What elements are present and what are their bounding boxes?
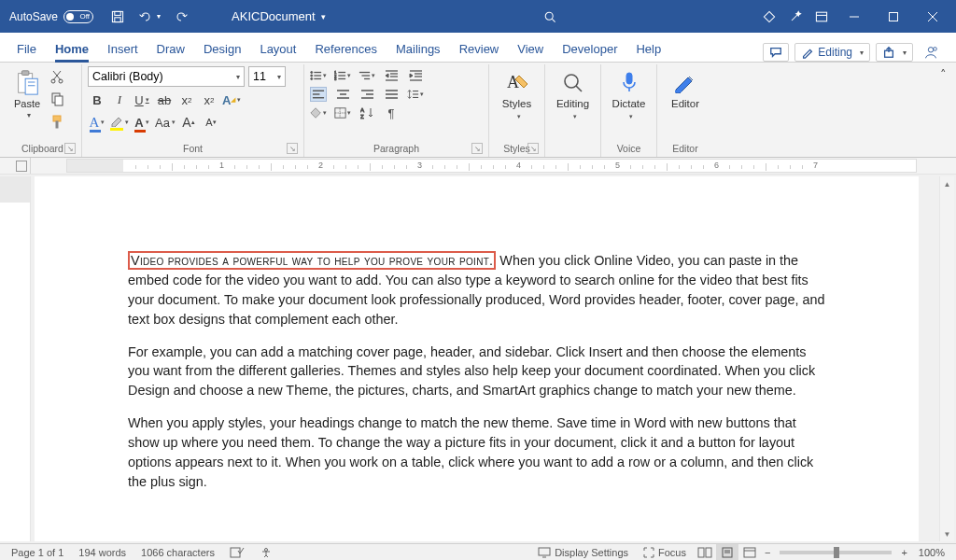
collapse-ribbon-icon[interactable]: ˄ (934, 64, 952, 83)
underline-button[interactable]: U▾ (133, 91, 151, 109)
search-icon[interactable] (537, 4, 563, 30)
italic-button[interactable]: I (110, 91, 129, 109)
read-mode-icon[interactable] (694, 544, 716, 561)
font-color-button[interactable]: A▾ (133, 113, 151, 132)
dialog-launcher-icon[interactable]: ↘ (287, 143, 298, 154)
superscript-button[interactable]: x2 (200, 91, 218, 109)
dialog-launcher-icon[interactable]: ↘ (527, 143, 539, 154)
font-name-combo[interactable]: Calibri (Body)▾ (88, 66, 245, 87)
show-marks-button[interactable]: ¶ (383, 105, 400, 120)
ribbon-mode-icon[interactable] (808, 4, 835, 30)
text-effects-button[interactable]: A◢▾ (222, 91, 241, 109)
minimize-button[interactable] (835, 3, 874, 31)
shrink-font-button[interactable]: A▾ (202, 113, 220, 132)
strikethrough-button[interactable]: ab (155, 91, 174, 109)
align-left-button[interactable] (310, 87, 327, 102)
maximize-button[interactable] (874, 3, 913, 31)
zoom-slider[interactable] (780, 551, 892, 554)
format-painter-icon[interactable] (49, 113, 65, 130)
highlighted-sentence[interactable]: Video provides a powerful way to help yo… (128, 251, 496, 270)
wand-icon[interactable] (782, 4, 808, 30)
editing-button[interactable]: Editing▾ (551, 66, 595, 124)
font-size-combo[interactable]: 11▾ (248, 66, 286, 87)
char-count[interactable]: 1066 characters (134, 547, 222, 558)
editor-button[interactable]: Editor (665, 66, 706, 113)
bullets-button[interactable]: ▾ (310, 68, 327, 83)
tab-draw[interactable]: Draw (148, 36, 194, 62)
page-content[interactable]: Video provides a powerful way to help yo… (35, 176, 919, 492)
page-count[interactable]: Page 1 of 1 (4, 547, 71, 558)
svg-point-72 (565, 75, 578, 88)
tab-insert[interactable]: Insert (98, 36, 148, 62)
scroll-down-icon[interactable]: ▼ (940, 526, 954, 541)
spellcheck-icon[interactable] (222, 547, 252, 558)
align-center-button[interactable] (334, 87, 351, 102)
align-right-button[interactable] (358, 87, 375, 102)
numbering-button[interactable]: 123▾ (334, 68, 351, 83)
comments-button[interactable] (763, 43, 789, 62)
editing-mode-button[interactable]: Editing▾ (794, 43, 870, 62)
share-button[interactable]: ▾ (876, 43, 913, 62)
document-title[interactable]: AKICDocument ▾ (232, 9, 326, 23)
tab-developer[interactable]: Developer (553, 36, 626, 62)
shading-button[interactable]: ▾ (310, 105, 327, 120)
account-icon[interactable] (919, 43, 943, 62)
subscript-button[interactable]: x2 (177, 91, 196, 109)
paste-button[interactable]: Paste ▾ (9, 66, 45, 121)
paragraph-2[interactable]: For example, you can add a matching cove… (128, 343, 831, 401)
copy-icon[interactable] (49, 91, 65, 107)
vertical-scrollbar[interactable]: ▲ ▼ (939, 176, 954, 541)
tab-view[interactable]: View (508, 36, 553, 62)
decrease-indent-button[interactable] (383, 68, 400, 83)
undo-icon[interactable]: ▾ (136, 4, 162, 30)
tab-references[interactable]: References (305, 36, 386, 62)
grow-font-button[interactable]: A▴ (179, 113, 198, 132)
redo-icon[interactable] (168, 4, 194, 30)
dialog-launcher-icon[interactable]: ↘ (471, 143, 483, 154)
highlight-button[interactable]: ▾ (110, 113, 129, 132)
vertical-ruler[interactable] (0, 176, 31, 541)
tab-review[interactable]: Review (450, 36, 509, 62)
tab-mailings[interactable]: Mailings (387, 36, 450, 62)
increase-indent-button[interactable] (407, 68, 424, 83)
horizontal-ruler[interactable]: 1234567 (0, 158, 956, 175)
save-icon[interactable] (105, 4, 131, 30)
styles-button[interactable]: A Styles▾ (497, 66, 538, 124)
svg-rect-79 (539, 548, 550, 555)
tab-file[interactable]: File (7, 36, 46, 62)
page[interactable]: Video provides a powerful way to help yo… (35, 176, 919, 541)
focus-button[interactable]: Focus (636, 547, 694, 558)
paragraph-1[interactable]: Video provides a powerful way to help yo… (128, 251, 831, 329)
word-count[interactable]: 194 words (71, 547, 134, 558)
dialog-launcher-icon[interactable]: ↘ (64, 143, 76, 154)
close-button[interactable] (913, 3, 952, 31)
svg-rect-9 (889, 12, 897, 21)
text-fill-button[interactable]: A▾ (88, 113, 106, 132)
tab-design[interactable]: Design (194, 36, 250, 62)
cut-icon[interactable] (49, 68, 65, 85)
web-layout-icon[interactable] (738, 544, 761, 561)
dictate-button[interactable]: Dictate▾ (607, 66, 652, 124)
display-settings-button[interactable]: Display Settings (530, 547, 636, 558)
justify-button[interactable] (383, 87, 400, 102)
paragraph-3[interactable]: When you apply styles, your headings cha… (128, 413, 831, 492)
group-label-editor: Editor (672, 143, 697, 154)
multilevel-list-button[interactable]: ▾ (358, 68, 375, 83)
svg-rect-1 (115, 11, 120, 15)
zoom-out-button[interactable]: − (761, 547, 774, 558)
zoom-level[interactable]: 100% (911, 547, 952, 558)
zoom-in-button[interactable]: + (897, 547, 910, 558)
sort-button[interactable]: AZ (358, 105, 375, 120)
change-case-button[interactable]: Aa▾ (155, 113, 176, 132)
print-layout-icon[interactable] (716, 544, 738, 561)
borders-button[interactable]: ▾ (334, 105, 351, 120)
accessibility-icon[interactable] (252, 547, 280, 558)
tab-layout[interactable]: Layout (250, 36, 305, 62)
diamond-icon[interactable] (756, 4, 782, 30)
autosave-toggle[interactable]: AutoSave Off (4, 10, 99, 23)
scroll-up-icon[interactable]: ▲ (940, 176, 954, 191)
line-spacing-button[interactable]: ▾ (407, 87, 424, 102)
tab-home[interactable]: Home (46, 36, 98, 62)
tab-help[interactable]: Help (626, 36, 670, 62)
bold-button[interactable]: B (88, 91, 106, 109)
